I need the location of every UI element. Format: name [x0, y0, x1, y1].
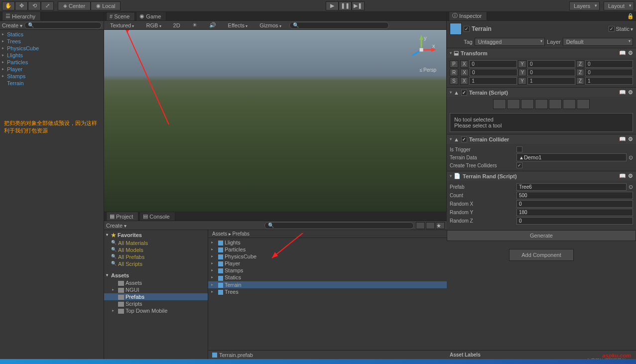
folder-scripts[interactable]: Scripts	[104, 300, 208, 307]
persp-label[interactable]: Persp	[419, 67, 436, 73]
scale-x[interactable]: 1	[469, 77, 517, 85]
assets-header[interactable]: Assets	[104, 271, 208, 279]
step-button[interactable]: ▶❚	[352, 1, 365, 10]
fav-all-materials[interactable]: All Materials	[104, 240, 208, 246]
terrain-rand-header[interactable]: 📄Terrain Rand (Script)📖⚙	[447, 171, 636, 181]
folder-prefabs[interactable]: Prefabs	[104, 293, 208, 300]
object-picker-icon[interactable]: ⊙	[629, 184, 633, 190]
hierarchy-search[interactable]: 🔍	[24, 22, 102, 29]
layers-dropdown[interactable]: Layers	[569, 1, 600, 10]
scene-tab[interactable]: #Scene	[106, 12, 135, 20]
prefab-particles[interactable]: Particles	[208, 246, 447, 253]
shading-dropdown[interactable]: Textured	[106, 22, 138, 28]
folder-ngui[interactable]: NGUI	[104, 286, 208, 293]
fav-all-scripts[interactable]: All Scripts	[104, 260, 208, 267]
terrain-trees-button[interactable]	[549, 99, 562, 109]
game-tab[interactable]: ◉Game	[136, 11, 166, 20]
randy-field[interactable]: 180	[516, 209, 633, 216]
pos-y[interactable]: 0	[527, 60, 575, 68]
search-filter-button[interactable]	[416, 222, 425, 229]
pause-button[interactable]: ❚❚	[339, 1, 352, 10]
prefab-player[interactable]: Player	[208, 260, 447, 267]
layout-dropdown[interactable]: Layout	[604, 1, 634, 10]
scale-z[interactable]: 1	[585, 77, 633, 85]
prefab-terrain[interactable]: Terrain	[208, 281, 447, 288]
scene-viewport[interactable]: y x Persp	[104, 30, 446, 212]
folder-topdown[interactable]: Top Down Mobile	[104, 307, 208, 314]
console-tab[interactable]: ▤Console	[139, 212, 175, 221]
terrain-enabled-checkbox[interactable]	[461, 90, 467, 96]
move-tool-button[interactable]: ✥	[15, 1, 28, 10]
hierarchy-item-trees[interactable]: Trees	[0, 38, 104, 45]
favorites-header[interactable]: ★ Favorites	[104, 231, 208, 240]
light-toggle[interactable]: ☀	[188, 22, 201, 28]
hierarchy-item-physicscube[interactable]: PhysicsCube	[0, 45, 104, 52]
hierarchy-item-terrain[interactable]: Terrain	[0, 80, 104, 87]
gizmos-dropdown[interactable]: Gizmos	[255, 22, 285, 28]
gear-icon[interactable]: ⚙	[628, 173, 633, 179]
hierarchy-item-statics[interactable]: Statics	[0, 31, 104, 38]
audio-toggle[interactable]: 🔊	[205, 22, 220, 28]
object-picker-icon[interactable]: ⊙	[629, 154, 633, 161]
search-type-button[interactable]	[426, 222, 435, 229]
effects-dropdown[interactable]: Effects	[224, 22, 252, 28]
hierarchy-item-particles[interactable]: Particles	[0, 59, 104, 66]
pos-z[interactable]: 0	[585, 60, 633, 68]
randz-field[interactable]: 0	[516, 217, 633, 225]
project-search[interactable]: 🔍	[264, 222, 414, 229]
static-checkbox[interactable]	[609, 26, 615, 32]
rot-y[interactable]: 0	[527, 69, 575, 76]
terrain-settings-button[interactable]	[577, 99, 590, 109]
istrigger-checkbox[interactable]	[516, 146, 522, 152]
terrain-script-header[interactable]: ▲Terrain (Script)📖⚙	[447, 88, 636, 97]
hierarchy-item-player[interactable]: Player	[0, 66, 104, 73]
gear-icon[interactable]: ⚙	[628, 89, 633, 96]
help-icon[interactable]: 📖	[619, 136, 626, 142]
collider-enabled-checkbox[interactable]	[461, 136, 467, 142]
rotate-tool-button[interactable]: ⟲	[28, 1, 41, 10]
active-checkbox[interactable]	[464, 26, 470, 32]
inspector-lock-icon[interactable]: 🔒	[625, 12, 636, 20]
hierarchy-item-stamps[interactable]: Stamps	[0, 73, 104, 80]
add-component-button[interactable]: Add Component	[509, 249, 574, 261]
prefab-physicscube[interactable]: PhysicsCube	[208, 253, 447, 260]
fav-all-models[interactable]: All Models	[104, 246, 208, 253]
hierarchy-create-button[interactable]: Create ▾	[2, 22, 22, 28]
gameobject-name[interactable]: Terrain	[472, 25, 607, 32]
play-button[interactable]: ▶	[326, 1, 339, 10]
breadcrumb[interactable]: Assets ▸ Prefabs	[208, 230, 447, 238]
gear-icon[interactable]: ⚙	[628, 50, 633, 56]
local-global-button[interactable]: ◉ Local	[91, 1, 121, 10]
2d-toggle[interactable]: 2D	[169, 22, 184, 28]
project-create-button[interactable]: Create ▾	[106, 223, 127, 229]
randx-field[interactable]: 0	[516, 200, 633, 208]
gear-icon[interactable]: ⚙	[628, 136, 633, 142]
hierarchy-tab[interactable]: ☰Hierarchy	[2, 11, 41, 20]
hand-tool-button[interactable]: ✋	[2, 1, 15, 10]
layer-dropdown[interactable]: Default	[563, 38, 633, 46]
pivot-center-button[interactable]: ◈ Center	[58, 1, 91, 10]
terrain-smooth-button[interactable]	[521, 99, 534, 109]
folder-assets[interactable]: Assets	[104, 279, 208, 286]
terrain-height-button[interactable]	[507, 99, 520, 109]
hierarchy-item-llights[interactable]: Llights	[0, 52, 104, 59]
createtree-checkbox[interactable]	[516, 162, 522, 168]
gameobject-icon[interactable]	[450, 23, 462, 35]
fav-all-prefabs[interactable]: All Prefabs	[104, 253, 208, 260]
rgb-dropdown[interactable]: RGB	[142, 22, 165, 28]
transform-header[interactable]: ⬓Transform📖⚙	[447, 48, 636, 58]
project-tab[interactable]: ▦Project	[106, 212, 138, 221]
search-save-button[interactable]: ★	[436, 222, 445, 229]
generate-button[interactable]: Generate	[447, 230, 636, 241]
scene-search[interactable]: 🔍	[289, 22, 389, 29]
help-icon[interactable]: 📖	[619, 50, 626, 56]
scale-tool-button[interactable]: ⤢	[41, 1, 54, 10]
rot-z[interactable]: 0	[585, 69, 633, 76]
count-field[interactable]: 500	[516, 192, 633, 199]
terrain-paint-button[interactable]	[535, 99, 548, 109]
help-icon[interactable]: 📖	[619, 173, 626, 179]
scale-y[interactable]: 1	[527, 77, 575, 85]
prefab-llights[interactable]: Llights	[208, 239, 447, 246]
terrain-details-button[interactable]	[563, 99, 576, 109]
inspector-tab[interactable]: ⓘInspector	[449, 12, 487, 20]
